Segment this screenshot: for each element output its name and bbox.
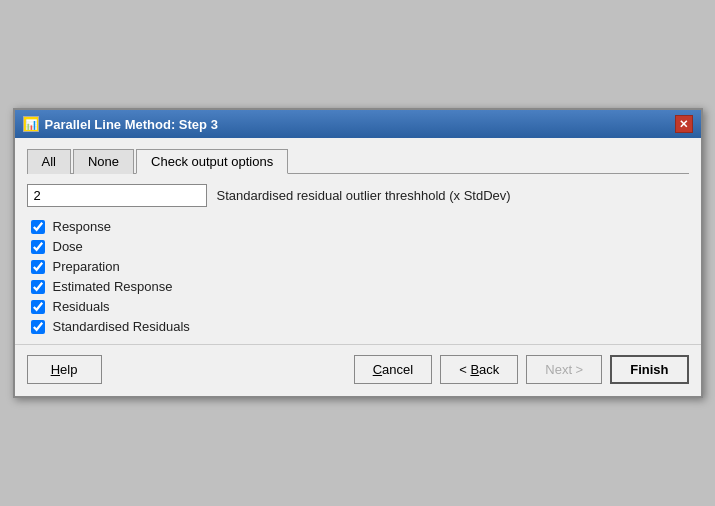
- tab-bar: All None Check output options: [27, 148, 689, 174]
- checkbox-label-estimated-response[interactable]: Estimated Response: [53, 279, 173, 294]
- window-title: Parallel Line Method: Step 3: [45, 117, 218, 132]
- checkbox-response[interactable]: [31, 220, 45, 234]
- back-underline: < Back: [459, 362, 499, 377]
- checkbox-row-standardised-residuals: Standardised Residuals: [31, 319, 689, 334]
- checkbox-row-dose: Dose: [31, 239, 689, 254]
- tab-none[interactable]: None: [73, 149, 134, 174]
- app-icon: 📊: [23, 116, 39, 132]
- button-row: Help Cancel < Back Next > Finish: [15, 344, 701, 396]
- left-buttons: Help: [27, 355, 102, 384]
- checkbox-label-residuals[interactable]: Residuals: [53, 299, 110, 314]
- next-label: Next >: [545, 362, 583, 377]
- threshold-row: Standardised residual outlier threshhold…: [27, 184, 689, 207]
- checkbox-row-estimated-response: Estimated Response: [31, 279, 689, 294]
- checkbox-list: Response Dose Preparation Estimated Resp…: [27, 219, 689, 334]
- checkbox-row-residuals: Residuals: [31, 299, 689, 314]
- finish-label: Finish: [630, 362, 668, 377]
- checkbox-dose[interactable]: [31, 240, 45, 254]
- next-button[interactable]: Next >: [526, 355, 602, 384]
- checkbox-label-preparation[interactable]: Preparation: [53, 259, 120, 274]
- main-content: All None Check output options Standardis…: [15, 138, 701, 344]
- help-button[interactable]: Help: [27, 355, 102, 384]
- checkbox-estimated-response[interactable]: [31, 280, 45, 294]
- checkbox-label-standardised-residuals[interactable]: Standardised Residuals: [53, 319, 190, 334]
- checkbox-preparation[interactable]: [31, 260, 45, 274]
- title-bar: 📊 Parallel Line Method: Step 3 ✕: [15, 110, 701, 138]
- threshold-input[interactable]: [27, 184, 207, 207]
- tab-check-output[interactable]: Check output options: [136, 149, 288, 174]
- checkbox-row-response: Response: [31, 219, 689, 234]
- checkbox-residuals[interactable]: [31, 300, 45, 314]
- tab-all[interactable]: All: [27, 149, 71, 174]
- cancel-button[interactable]: Cancel: [354, 355, 432, 384]
- main-window: 📊 Parallel Line Method: Step 3 ✕ All Non…: [13, 108, 703, 398]
- checkbox-standardised-residuals[interactable]: [31, 320, 45, 334]
- checkbox-label-dose[interactable]: Dose: [53, 239, 83, 254]
- title-bar-left: 📊 Parallel Line Method: Step 3: [23, 116, 218, 132]
- cancel-underline: Cancel: [373, 362, 413, 377]
- back-button[interactable]: < Back: [440, 355, 518, 384]
- finish-button[interactable]: Finish: [610, 355, 688, 384]
- threshold-label: Standardised residual outlier threshhold…: [217, 188, 511, 203]
- right-buttons: Cancel < Back Next > Finish: [354, 355, 689, 384]
- checkbox-row-preparation: Preparation: [31, 259, 689, 274]
- help-underline: Help: [51, 362, 78, 377]
- close-button[interactable]: ✕: [675, 115, 693, 133]
- checkbox-label-response[interactable]: Response: [53, 219, 112, 234]
